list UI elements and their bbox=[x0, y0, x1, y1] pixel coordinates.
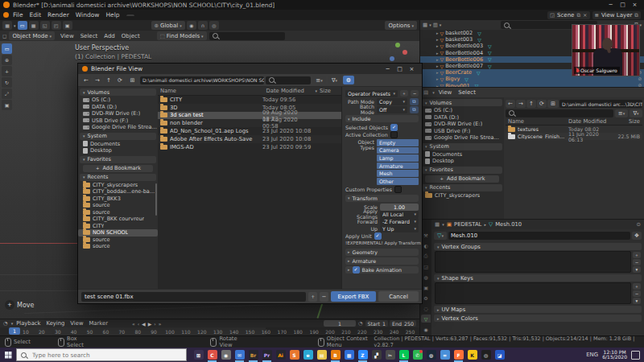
workspace-tab[interactable] bbox=[144, 14, 152, 16]
clock-icon[interactable]: ◔ bbox=[3, 320, 8, 327]
outliner-item[interactable]: ▸ ▽ Bigvy ▽ bbox=[420, 76, 644, 82]
object-type-option[interactable]: Armature bbox=[377, 162, 419, 170]
add-icon[interactable]: ＋ bbox=[633, 252, 641, 258]
system-item[interactable]: Documents bbox=[420, 151, 504, 158]
operator-presets-dropdown[interactable]: Operator Presets ▾ bbox=[345, 90, 398, 97]
file-row[interactable]: AD_Non_School_01.aep Logs 23 Jul 2020 10… bbox=[158, 127, 341, 135]
expand-icon[interactable]: ▸ bbox=[436, 43, 439, 48]
expand-icon[interactable]: ▸ bbox=[436, 31, 439, 35]
recent-folder-item[interactable]: source bbox=[78, 202, 158, 209]
workspace-tab[interactable] bbox=[126, 14, 134, 16]
task-view-icon[interactable]: ⊞ bbox=[192, 348, 205, 362]
batch-mode-select[interactable]: Off ▾ bbox=[377, 106, 407, 113]
close-icon[interactable]: × bbox=[629, 2, 641, 8]
notifications-icon[interactable] bbox=[631, 351, 640, 360]
add-icon[interactable]: ＋ bbox=[633, 283, 641, 290]
recent-folder-item[interactable]: CITY bbox=[78, 223, 158, 230]
workspace-tab[interactable] bbox=[206, 14, 214, 16]
workspace-tab[interactable] bbox=[171, 14, 179, 16]
path-field[interactable]: D:\animali domestici arc...\3D\CITY_BKK … bbox=[559, 100, 642, 108]
object-type-option[interactable]: Mesh bbox=[377, 170, 419, 177]
start-button[interactable] bbox=[0, 352, 16, 358]
forward-select[interactable]: -Z Forward ▾ bbox=[380, 218, 419, 225]
volume-item[interactable]: USB Drive (F:) bbox=[78, 117, 158, 125]
obs-icon[interactable]: ◎ bbox=[479, 348, 493, 362]
utility-icon[interactable]: K bbox=[465, 348, 479, 362]
volume-item[interactable]: Google Drive File Stream (G:) bbox=[420, 134, 504, 142]
transform-orientation[interactable]: ⊕ Global ▾ bbox=[151, 21, 185, 30]
premiere-icon[interactable]: Pr bbox=[260, 348, 274, 362]
current-frame-field[interactable]: 1 bbox=[324, 320, 356, 327]
recents-section[interactable]: Recents bbox=[422, 184, 502, 191]
tab-material-icon[interactable]: ◉ bbox=[421, 325, 431, 333]
include-section[interactable]: ▾ Include bbox=[345, 115, 419, 122]
active-collection-checkbox[interactable] bbox=[390, 131, 398, 138]
jump-start-icon[interactable]: « bbox=[132, 321, 135, 327]
minimize-icon[interactable]: ─ bbox=[605, 2, 617, 8]
file-row[interactable]: CITY Today 09:56 bbox=[158, 96, 341, 104]
dialog-maximize-icon[interactable]: □ bbox=[394, 66, 406, 72]
timeline-menu-item[interactable]: View bbox=[70, 320, 83, 327]
calculator-icon[interactable]: = bbox=[438, 348, 452, 362]
apply-scalings-select[interactable]: All Local ▾ bbox=[380, 211, 419, 218]
column-name[interactable]: Name bbox=[160, 88, 263, 94]
zoom-icon[interactable]: Z bbox=[356, 348, 369, 362]
apply-unit-checkbox[interactable] bbox=[374, 232, 382, 240]
add-bookmark-button[interactable]: ＋ Add Bookmark bbox=[83, 165, 153, 172]
file-row[interactable]: IMGS-AD 23 Jul 2020 09:59 bbox=[158, 143, 341, 151]
editor-type-icon[interactable]: ▦ bbox=[435, 221, 440, 228]
back-icon[interactable]: ← bbox=[81, 76, 91, 84]
cursor-tool-icon[interactable]: ⊕ bbox=[2, 55, 12, 65]
tool-icon[interactable]: ◱ bbox=[40, 21, 50, 30]
dialog-titlebar[interactable]: Blender File View ─ □ × bbox=[78, 64, 422, 74]
expand-icon[interactable]: ▸ bbox=[436, 57, 439, 62]
start-frame-field[interactable]: Start 1 bbox=[365, 320, 388, 327]
recent-folder-item[interactable]: source bbox=[78, 243, 158, 250]
photos-icon[interactable]: ▩ bbox=[342, 348, 356, 362]
vertex-groups-section[interactable]: Vertex Groups bbox=[434, 243, 642, 250]
outliner-display-icon[interactable]: ▦ bbox=[423, 22, 427, 28]
volume-item[interactable]: Google Drive File Stream (G:) bbox=[78, 124, 158, 131]
illustrator-icon[interactable]: Ai bbox=[274, 348, 287, 362]
viewport-menu-item[interactable]: View bbox=[57, 33, 77, 39]
uv-maps-section[interactable]: UV Maps bbox=[434, 306, 642, 313]
maximize-icon[interactable]: □ bbox=[617, 2, 629, 8]
workspace-tab[interactable] bbox=[188, 14, 196, 16]
system-item[interactable]: Documents bbox=[78, 141, 158, 148]
new-scene-icon[interactable]: ⧉ bbox=[576, 12, 580, 19]
filter-funnel-icon[interactable]: ∇▾ bbox=[630, 109, 642, 117]
remove-icon[interactable]: − bbox=[633, 259, 641, 265]
analytics-icon[interactable]: ◪ bbox=[493, 348, 506, 362]
cancel-button[interactable]: Cancel bbox=[378, 291, 419, 302]
fake-user-shield-icon[interactable]: ❖ bbox=[632, 232, 642, 240]
browser-menu-item[interactable]: Select bbox=[458, 89, 476, 96]
expand-icon[interactable]: ▸ bbox=[436, 37, 439, 42]
favorites-section[interactable]: Favorites bbox=[422, 167, 502, 174]
refresh-icon[interactable]: ⟳ bbox=[537, 100, 547, 108]
recent-folder-item[interactable]: source bbox=[78, 209, 158, 216]
timeline-menu-item[interactable]: Marker bbox=[89, 320, 109, 327]
tool-icon[interactable]: ◰ bbox=[52, 21, 61, 30]
up-select[interactable]: Y Up ▾ bbox=[380, 225, 419, 232]
playhead[interactable]: 1 bbox=[9, 327, 20, 335]
parent-dir-icon[interactable]: ↑ bbox=[104, 76, 114, 84]
volume-item[interactable]: DATA (D:) bbox=[78, 104, 158, 111]
decrement-icon[interactable]: − bbox=[320, 292, 328, 302]
parent-dir-icon[interactable]: ↑ bbox=[526, 100, 536, 108]
filter-funnel-icon[interactable]: ∇▾ bbox=[328, 76, 341, 84]
taskbar-search[interactable] bbox=[16, 348, 187, 361]
expand-icon[interactable]: ▸ bbox=[436, 76, 439, 81]
workspace-tab[interactable] bbox=[153, 14, 161, 16]
blender-icon[interactable]: B bbox=[328, 348, 342, 362]
refresh-icon[interactable]: ⟳ bbox=[115, 76, 125, 84]
end-frame-field[interactable]: End 250 bbox=[390, 320, 416, 327]
viewport-menu-item[interactable]: Object bbox=[118, 33, 143, 39]
file-explorer-icon[interactable]: ▤ bbox=[315, 348, 328, 362]
select-box-tool-icon[interactable]: ▭ bbox=[2, 43, 12, 54]
new-layer-icon[interactable]: ⧉ bbox=[634, 12, 638, 19]
browser-menu-item[interactable]: View bbox=[439, 89, 452, 96]
volume-item[interactable]: OS (C:) bbox=[420, 107, 504, 114]
volume-item[interactable]: USB Drive (F:) bbox=[420, 128, 504, 135]
chrome-icon[interactable]: C bbox=[205, 348, 219, 362]
pin-icon[interactable]: ⊙ bbox=[637, 221, 641, 228]
